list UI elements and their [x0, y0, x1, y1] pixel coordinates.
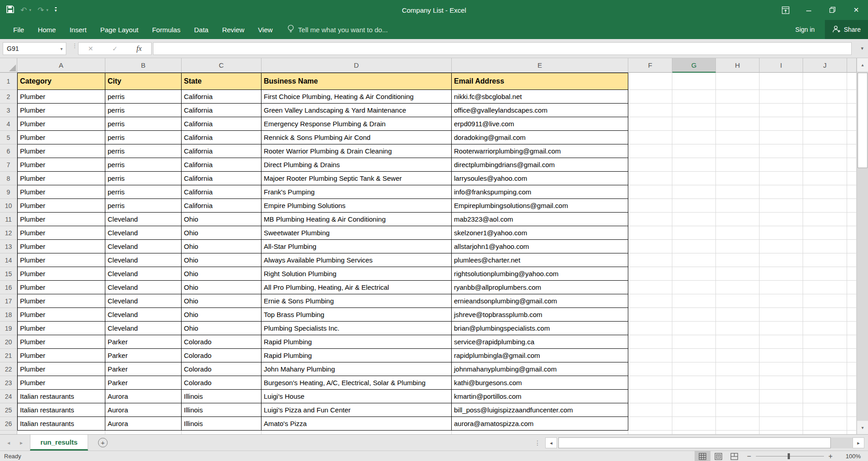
row-header-15[interactable]: 15	[0, 267, 17, 281]
cell-G4[interactable]	[672, 117, 716, 131]
cell-D25[interactable]: Luigi's Pizza and Fun Center	[261, 403, 452, 417]
row-header-26[interactable]: 26	[0, 417, 17, 431]
cell-A6[interactable]: Plumber	[17, 144, 105, 158]
cell-E13[interactable]: allstarjohn1@yahoo.com	[452, 240, 628, 253]
cell-E11[interactable]: mab2323@aol.com	[452, 213, 628, 226]
scroll-up-icon[interactable]: ▴	[857, 58, 868, 72]
tab-page-layout[interactable]: Page Layout	[94, 20, 145, 39]
cell-A1[interactable]: Category	[17, 73, 105, 90]
cell-E9[interactable]: info@frankspumping.com	[452, 185, 628, 199]
cell-D9[interactable]: Frank's Pumping	[261, 185, 452, 199]
cell-I22[interactable]	[760, 362, 803, 376]
row-header-14[interactable]: 14	[0, 253, 17, 267]
cell-E16[interactable]: ryanbb@allproplumbers.com	[452, 281, 628, 294]
cell-B11[interactable]: Cleveland	[105, 213, 182, 226]
cell-I10[interactable]	[760, 199, 803, 213]
cell-C18[interactable]: Ohio	[182, 308, 261, 322]
cell-G16[interactable]	[672, 281, 716, 294]
tab-data[interactable]: Data	[187, 20, 215, 39]
cell-B27[interactable]	[105, 431, 182, 434]
cell-B23[interactable]: Parker	[105, 376, 182, 390]
formula-bar-expand-icon[interactable]: ▾	[861, 45, 863, 51]
cell-K16[interactable]	[847, 281, 857, 294]
zoom-in-icon[interactable]: +	[824, 452, 837, 461]
row-header-18[interactable]: 18	[0, 308, 17, 322]
select-all-button[interactable]	[0, 58, 17, 73]
row-header-23[interactable]: 23	[0, 376, 17, 390]
cell-C13[interactable]: Ohio	[182, 240, 261, 253]
cell-F7[interactable]	[628, 158, 672, 172]
cell-I15[interactable]	[760, 267, 803, 281]
cell-B25[interactable]: Aurora	[105, 403, 182, 417]
cell-E22[interactable]: johnmahanyplumbing@gmail.com	[452, 362, 628, 376]
cell-I1[interactable]	[760, 73, 803, 90]
cell-K26[interactable]	[847, 417, 857, 431]
cell-C2[interactable]: California	[182, 90, 261, 104]
cell-A23[interactable]: Plumber	[17, 376, 105, 390]
cell-H27[interactable]	[716, 431, 760, 434]
cell-G22[interactable]	[672, 362, 716, 376]
cell-B22[interactable]: Parker	[105, 362, 182, 376]
cell-H7[interactable]	[716, 158, 760, 172]
cell-F24[interactable]	[628, 390, 672, 403]
cell-H14[interactable]	[716, 253, 760, 267]
cell-J6[interactable]	[803, 144, 847, 158]
cell-A11[interactable]: Plumber	[17, 213, 105, 226]
cell-J15[interactable]	[803, 267, 847, 281]
restore-icon[interactable]	[821, 0, 844, 20]
cell-A12[interactable]: Plumber	[17, 226, 105, 240]
cell-D13[interactable]: All-Star Plumbing	[261, 240, 452, 253]
row-header-6[interactable]: 6	[0, 144, 17, 158]
cell-F9[interactable]	[628, 185, 672, 199]
page-layout-view-icon[interactable]	[710, 451, 726, 461]
cell-K4[interactable]	[847, 117, 857, 131]
cell-G10[interactable]	[672, 199, 716, 213]
cell-I19[interactable]	[760, 322, 803, 335]
tab-insert[interactable]: Insert	[63, 20, 94, 39]
cell-H16[interactable]	[716, 281, 760, 294]
cell-I14[interactable]	[760, 253, 803, 267]
cell-J14[interactable]	[803, 253, 847, 267]
cell-I17[interactable]	[760, 294, 803, 308]
cell-A14[interactable]: Plumber	[17, 253, 105, 267]
cell-C11[interactable]: Ohio	[182, 213, 261, 226]
cell-A10[interactable]: Plumber	[17, 199, 105, 213]
column-header-I[interactable]: I	[760, 58, 803, 73]
cell-F14[interactable]	[628, 253, 672, 267]
cell-G7[interactable]	[672, 158, 716, 172]
column-header-A[interactable]: A	[17, 58, 105, 73]
cell-B2[interactable]: perris	[105, 90, 182, 104]
cell-H15[interactable]	[716, 267, 760, 281]
cell-G9[interactable]	[672, 185, 716, 199]
cell-H13[interactable]	[716, 240, 760, 253]
cell-D24[interactable]: Luigi's House	[261, 390, 452, 403]
row-header-22[interactable]: 22	[0, 362, 17, 376]
cell-H20[interactable]	[716, 335, 760, 349]
cell-F25[interactable]	[628, 403, 672, 417]
cell-I8[interactable]	[760, 172, 803, 185]
cell-F5[interactable]	[628, 131, 672, 144]
column-header-B[interactable]: B	[105, 58, 182, 73]
cell-J20[interactable]	[803, 335, 847, 349]
zoom-slider-thumb[interactable]	[788, 453, 790, 459]
cell-C15[interactable]: Ohio	[182, 267, 261, 281]
cell-D3[interactable]: Green Valley Landscaping & Yard Maintena…	[261, 104, 452, 117]
cell-B12[interactable]: Cleveland	[105, 226, 182, 240]
cell-B10[interactable]: perris	[105, 199, 182, 213]
cell-A26[interactable]: Italian restaurants	[17, 417, 105, 431]
cell-C17[interactable]: Ohio	[182, 294, 261, 308]
column-header-F[interactable]: F	[628, 58, 672, 73]
row-header-19[interactable]: 19	[0, 322, 17, 335]
cell-D16[interactable]: All Pro Plumbing, Heating, Air & Electri…	[261, 281, 452, 294]
cell-D18[interactable]: Top Brass Plumbing	[261, 308, 452, 322]
sheet-tab-run-results[interactable]: run_results	[30, 435, 88, 451]
column-header-G[interactable]: G	[672, 58, 716, 73]
cell-G24[interactable]	[672, 390, 716, 403]
cell-D20[interactable]: Rapid Plumbing	[261, 335, 452, 349]
cell-D12[interactable]: Sweetwater Plumbing	[261, 226, 452, 240]
cell-J22[interactable]	[803, 362, 847, 376]
cell-G26[interactable]	[672, 417, 716, 431]
row-header-7[interactable]: 7	[0, 158, 17, 172]
cell-B21[interactable]: Parker	[105, 349, 182, 362]
cell-E21[interactable]: rapidplumbingla@gmail.com	[452, 349, 628, 362]
